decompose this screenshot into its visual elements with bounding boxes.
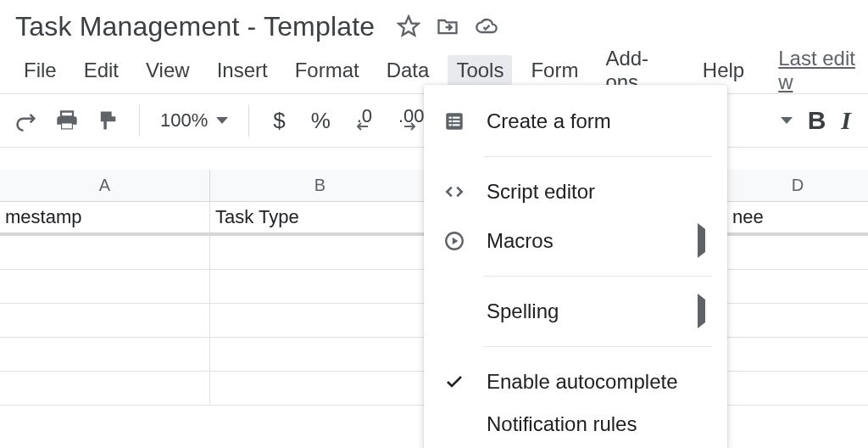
blank-icon xyxy=(442,300,466,323)
cell[interactable]: mestamp xyxy=(0,202,210,232)
submenu-caret-icon xyxy=(698,229,705,253)
svg-rect-7 xyxy=(449,124,452,126)
menu-item-label: Enable autocomplete xyxy=(487,370,678,394)
menubar: File Edit View Insert Format Data Tools … xyxy=(0,53,868,88)
menu-item-macros[interactable]: Macros xyxy=(424,216,727,266)
bold-button[interactable]: B xyxy=(808,106,826,135)
menu-item-label: Spelling xyxy=(487,300,559,323)
format-percent-button[interactable]: % xyxy=(301,108,341,134)
svg-rect-8 xyxy=(453,124,460,126)
svg-rect-3 xyxy=(449,117,452,119)
title-icons xyxy=(397,14,498,38)
menu-insert[interactable]: Insert xyxy=(209,55,276,86)
italic-button[interactable]: I xyxy=(841,106,851,135)
svg-marker-10 xyxy=(453,238,459,245)
blank-icon xyxy=(442,412,466,436)
menu-edit[interactable]: Edit xyxy=(75,55,127,86)
cell[interactable]: nee xyxy=(727,202,868,232)
format-currency-button[interactable]: $ xyxy=(263,108,295,134)
paint-format-icon[interactable] xyxy=(90,103,125,138)
more-formats-dropdown[interactable] xyxy=(781,117,793,124)
print-icon[interactable] xyxy=(49,103,85,138)
menu-item-enable-autocomplete[interactable]: Enable autocomplete xyxy=(424,357,727,406)
svg-rect-4 xyxy=(453,117,460,119)
menu-item-label: Script editor xyxy=(487,180,595,204)
submenu-caret-icon xyxy=(698,300,705,323)
star-icon[interactable] xyxy=(397,14,420,38)
menu-tools[interactable]: Tools xyxy=(448,55,512,86)
record-icon xyxy=(442,229,466,253)
last-edit-link[interactable]: Last edit w xyxy=(778,47,868,94)
menu-item-spelling[interactable]: Spelling xyxy=(424,287,727,336)
cloud-saved-icon[interactable] xyxy=(475,14,498,38)
cell[interactable]: Task Type xyxy=(210,202,431,232)
decrease-decimals-button[interactable]: .0 xyxy=(346,110,383,131)
menu-item-script-editor[interactable]: Script editor xyxy=(424,167,727,216)
code-icon xyxy=(442,180,466,204)
menu-format[interactable]: Format xyxy=(287,55,368,86)
menu-separator xyxy=(483,276,712,277)
toolbar-separator xyxy=(248,104,249,137)
menu-item-label: Create a form xyxy=(487,109,611,133)
svg-marker-0 xyxy=(399,16,419,35)
document-title[interactable]: Task Management - Template xyxy=(15,11,375,42)
menu-form[interactable]: Form xyxy=(522,55,587,86)
menu-help[interactable]: Help xyxy=(694,55,753,86)
form-icon xyxy=(442,109,466,133)
menu-view[interactable]: View xyxy=(137,55,198,86)
toolbar-separator xyxy=(139,104,140,137)
menu-file[interactable]: File xyxy=(15,55,65,86)
zoom-dropdown[interactable]: 100% xyxy=(153,109,235,132)
caret-down-icon xyxy=(216,117,228,124)
menu-data[interactable]: Data xyxy=(378,55,438,86)
menu-separator xyxy=(483,346,712,347)
title-row: Task Management - Template xyxy=(0,0,868,53)
toolbar-right: B I xyxy=(781,106,868,135)
redo-icon[interactable] xyxy=(8,103,44,138)
zoom-value: 100% xyxy=(160,109,208,132)
column-header[interactable]: A xyxy=(0,170,210,201)
menu-item-notification-rules[interactable]: Notification rules xyxy=(424,406,727,442)
tools-menu: Create a form Script editor Macros Spell… xyxy=(424,85,727,448)
move-to-folder-icon[interactable] xyxy=(436,14,459,38)
menu-separator xyxy=(483,156,712,157)
check-icon xyxy=(442,370,466,394)
column-header[interactable]: D xyxy=(727,170,868,201)
svg-rect-6 xyxy=(453,120,460,122)
column-header[interactable]: B xyxy=(210,170,431,201)
svg-rect-1 xyxy=(62,124,72,129)
menu-item-label: Notification rules xyxy=(487,412,637,436)
menu-item-create-form[interactable]: Create a form xyxy=(424,97,727,146)
menu-item-label: Macros xyxy=(487,229,554,253)
svg-rect-5 xyxy=(449,120,452,122)
